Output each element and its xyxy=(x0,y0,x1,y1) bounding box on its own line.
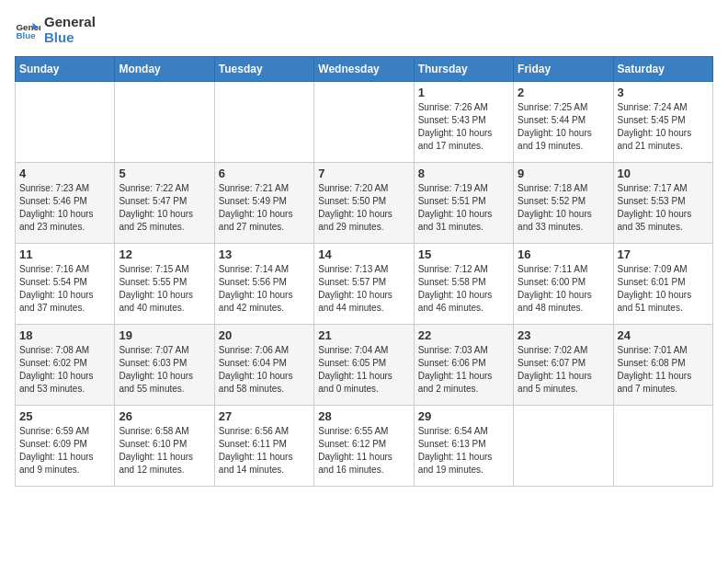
logo-icon: General Blue xyxy=(15,17,40,43)
day-info: Sunrise: 7:09 AM Sunset: 6:01 PM Dayligh… xyxy=(618,263,709,315)
calendar-table: SundayMondayTuesdayWednesdayThursdayFrid… xyxy=(15,56,713,487)
calendar-cell: 2Sunrise: 7:25 AM Sunset: 5:44 PM Daylig… xyxy=(514,82,613,163)
day-info: Sunrise: 7:26 AM Sunset: 5:43 PM Dayligh… xyxy=(418,101,509,153)
day-number: 24 xyxy=(618,328,709,342)
calendar-week-row: 11Sunrise: 7:16 AM Sunset: 5:54 PM Dayli… xyxy=(16,244,713,325)
calendar-cell: 10Sunrise: 7:17 AM Sunset: 5:53 PM Dayli… xyxy=(613,163,712,244)
day-info: Sunrise: 7:07 AM Sunset: 6:03 PM Dayligh… xyxy=(119,344,210,396)
calendar-cell: 26Sunrise: 6:58 AM Sunset: 6:10 PM Dayli… xyxy=(115,406,214,487)
day-number: 29 xyxy=(418,409,509,423)
day-number: 19 xyxy=(119,328,210,342)
day-number: 21 xyxy=(318,328,409,342)
day-info: Sunrise: 6:59 AM Sunset: 6:09 PM Dayligh… xyxy=(19,425,110,477)
weekday-header: Sunday xyxy=(16,57,115,82)
calendar-cell xyxy=(314,82,414,163)
calendar-week-row: 25Sunrise: 6:59 AM Sunset: 6:09 PM Dayli… xyxy=(16,406,713,487)
day-info: Sunrise: 6:56 AM Sunset: 6:11 PM Dayligh… xyxy=(219,425,310,477)
calendar-cell: 9Sunrise: 7:18 AM Sunset: 5:52 PM Daylig… xyxy=(514,163,613,244)
day-info: Sunrise: 7:08 AM Sunset: 6:02 PM Dayligh… xyxy=(19,344,110,396)
day-info: Sunrise: 6:55 AM Sunset: 6:12 PM Dayligh… xyxy=(318,425,409,477)
day-info: Sunrise: 7:20 AM Sunset: 5:50 PM Dayligh… xyxy=(318,182,409,234)
day-number: 28 xyxy=(318,409,409,423)
day-info: Sunrise: 7:11 AM Sunset: 6:00 PM Dayligh… xyxy=(518,263,609,315)
day-number: 25 xyxy=(19,409,110,423)
calendar-cell xyxy=(16,82,115,163)
day-number: 26 xyxy=(119,409,210,423)
calendar-cell: 12Sunrise: 7:15 AM Sunset: 5:55 PM Dayli… xyxy=(115,244,214,325)
weekday-header: Saturday xyxy=(613,57,712,82)
day-info: Sunrise: 7:12 AM Sunset: 5:58 PM Dayligh… xyxy=(418,263,509,315)
day-number: 13 xyxy=(219,247,310,261)
day-info: Sunrise: 7:19 AM Sunset: 5:51 PM Dayligh… xyxy=(418,182,509,234)
calendar-cell: 23Sunrise: 7:02 AM Sunset: 6:07 PM Dayli… xyxy=(514,325,613,406)
day-info: Sunrise: 7:17 AM Sunset: 5:53 PM Dayligh… xyxy=(618,182,709,234)
day-info: Sunrise: 7:25 AM Sunset: 5:44 PM Dayligh… xyxy=(518,101,609,153)
day-info: Sunrise: 6:54 AM Sunset: 6:13 PM Dayligh… xyxy=(418,425,509,477)
calendar-cell: 15Sunrise: 7:12 AM Sunset: 5:58 PM Dayli… xyxy=(414,244,513,325)
calendar-cell: 19Sunrise: 7:07 AM Sunset: 6:03 PM Dayli… xyxy=(115,325,214,406)
calendar-cell: 24Sunrise: 7:01 AM Sunset: 6:08 PM Dayli… xyxy=(613,325,712,406)
calendar-cell: 20Sunrise: 7:06 AM Sunset: 6:04 PM Dayli… xyxy=(214,325,313,406)
calendar-cell: 7Sunrise: 7:20 AM Sunset: 5:50 PM Daylig… xyxy=(314,163,414,244)
calendar-cell: 21Sunrise: 7:04 AM Sunset: 6:05 PM Dayli… xyxy=(314,325,414,406)
day-info: Sunrise: 7:03 AM Sunset: 6:06 PM Dayligh… xyxy=(418,344,509,396)
calendar-cell: 25Sunrise: 6:59 AM Sunset: 6:09 PM Dayli… xyxy=(16,406,115,487)
calendar-cell: 27Sunrise: 6:56 AM Sunset: 6:11 PM Dayli… xyxy=(214,406,313,487)
day-info: Sunrise: 7:24 AM Sunset: 5:45 PM Dayligh… xyxy=(618,101,709,153)
day-info: Sunrise: 7:22 AM Sunset: 5:47 PM Dayligh… xyxy=(119,182,210,234)
day-number: 27 xyxy=(219,409,310,423)
day-info: Sunrise: 7:13 AM Sunset: 5:57 PM Dayligh… xyxy=(318,263,409,315)
day-number: 17 xyxy=(618,247,709,261)
calendar-cell xyxy=(214,82,313,163)
calendar-cell: 16Sunrise: 7:11 AM Sunset: 6:00 PM Dayli… xyxy=(514,244,613,325)
day-number: 7 xyxy=(318,167,409,180)
day-number: 11 xyxy=(19,247,110,261)
calendar-cell: 8Sunrise: 7:19 AM Sunset: 5:51 PM Daylig… xyxy=(414,163,513,244)
logo: General Blue General Blue xyxy=(15,15,96,45)
day-info: Sunrise: 7:18 AM Sunset: 5:52 PM Dayligh… xyxy=(518,182,609,234)
calendar-cell: 11Sunrise: 7:16 AM Sunset: 5:54 PM Dayli… xyxy=(16,244,115,325)
day-info: Sunrise: 7:21 AM Sunset: 5:49 PM Dayligh… xyxy=(219,182,310,234)
day-number: 14 xyxy=(318,247,409,261)
calendar-cell xyxy=(613,406,712,487)
day-number: 5 xyxy=(119,167,210,180)
day-number: 2 xyxy=(518,86,609,99)
day-number: 20 xyxy=(219,328,310,342)
day-number: 16 xyxy=(518,247,609,261)
calendar-week-row: 4Sunrise: 7:23 AM Sunset: 5:46 PM Daylig… xyxy=(16,163,713,244)
calendar-header-row: SundayMondayTuesdayWednesdayThursdayFrid… xyxy=(16,57,713,82)
calendar-cell: 29Sunrise: 6:54 AM Sunset: 6:13 PM Dayli… xyxy=(414,406,513,487)
day-number: 23 xyxy=(518,328,609,342)
day-number: 18 xyxy=(19,328,110,342)
day-number: 15 xyxy=(418,247,509,261)
weekday-header: Thursday xyxy=(414,57,513,82)
weekday-header: Tuesday xyxy=(214,57,313,82)
calendar-cell: 17Sunrise: 7:09 AM Sunset: 6:01 PM Dayli… xyxy=(613,244,712,325)
calendar-cell xyxy=(115,82,214,163)
day-info: Sunrise: 6:58 AM Sunset: 6:10 PM Dayligh… xyxy=(119,425,210,477)
calendar-cell: 13Sunrise: 7:14 AM Sunset: 5:56 PM Dayli… xyxy=(214,244,313,325)
day-info: Sunrise: 7:06 AM Sunset: 6:04 PM Dayligh… xyxy=(219,344,310,396)
weekday-header: Wednesday xyxy=(314,57,414,82)
day-info: Sunrise: 7:04 AM Sunset: 6:05 PM Dayligh… xyxy=(318,344,409,396)
day-info: Sunrise: 7:15 AM Sunset: 5:55 PM Dayligh… xyxy=(119,263,210,315)
calendar-cell: 22Sunrise: 7:03 AM Sunset: 6:06 PM Dayli… xyxy=(414,325,513,406)
day-info: Sunrise: 7:14 AM Sunset: 5:56 PM Dayligh… xyxy=(219,263,310,315)
day-number: 8 xyxy=(418,167,509,180)
calendar-cell: 1Sunrise: 7:26 AM Sunset: 5:43 PM Daylig… xyxy=(414,82,513,163)
day-number: 22 xyxy=(418,328,509,342)
svg-text:Blue: Blue xyxy=(16,30,36,40)
calendar-cell: 18Sunrise: 7:08 AM Sunset: 6:02 PM Dayli… xyxy=(16,325,115,406)
calendar-cell: 6Sunrise: 7:21 AM Sunset: 5:49 PM Daylig… xyxy=(214,163,313,244)
calendar-cell xyxy=(514,406,613,487)
day-number: 12 xyxy=(119,247,210,261)
day-info: Sunrise: 7:23 AM Sunset: 5:46 PM Dayligh… xyxy=(19,182,110,234)
day-info: Sunrise: 7:01 AM Sunset: 6:08 PM Dayligh… xyxy=(618,344,709,396)
day-number: 6 xyxy=(219,167,310,180)
day-info: Sunrise: 7:16 AM Sunset: 5:54 PM Dayligh… xyxy=(19,263,110,315)
weekday-header: Monday xyxy=(115,57,214,82)
day-number: 1 xyxy=(418,86,509,99)
calendar-cell: 3Sunrise: 7:24 AM Sunset: 5:45 PM Daylig… xyxy=(613,82,712,163)
calendar-cell: 14Sunrise: 7:13 AM Sunset: 5:57 PM Dayli… xyxy=(314,244,414,325)
day-number: 10 xyxy=(618,167,709,180)
